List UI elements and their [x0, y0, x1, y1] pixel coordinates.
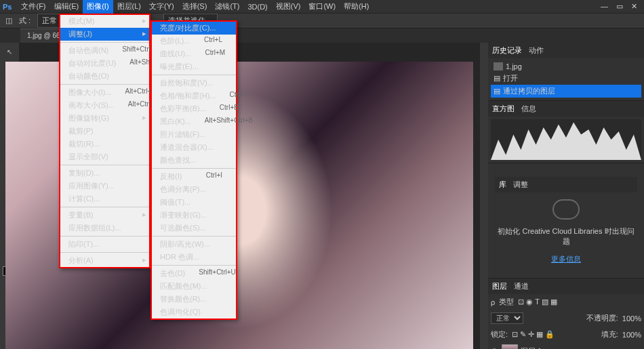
- menu-item[interactable]: 复制(D)...: [60, 167, 149, 180]
- menu-item[interactable]: 反相(I)Ctrl+I: [152, 170, 236, 183]
- fill-label: 填充:: [601, 329, 618, 340]
- menu-item[interactable]: 显示全部(V): [60, 150, 149, 163]
- opacity-value[interactable]: 100%: [622, 314, 641, 323]
- menu-item[interactable]: 裁切(R)...: [60, 138, 149, 150]
- menu-item: 裁剪(P): [60, 125, 149, 138]
- mode-dropdown[interactable]: 正常: [37, 14, 62, 28]
- layers-panel: 图层 通道 ρ 类型 ⊡ ◉ T ▧ ▦ 正常 不透明度: 100% 锁定: ⊡…: [488, 279, 644, 349]
- svg-marker-0: [491, 123, 641, 161]
- menu-item[interactable]: 黑白(K)...Alt+Shift+Ctrl+B: [152, 115, 236, 128]
- libraries-panel: 库 调整 初始化 Creative Cloud Libraries 时出现问题 …: [488, 163, 644, 279]
- menubar: Ps 文件(F) 编辑(E) 图像(I) 图层(L) 文字(Y) 选择(S) 滤…: [0, 0, 644, 14]
- menu-item: 变量(B)▸: [60, 209, 149, 222]
- menu-filter[interactable]: 滤镜(T): [211, 0, 243, 14]
- menu-item[interactable]: 色阶(L)...Ctrl+L: [152, 35, 236, 47]
- histogram-panel: 直方图 信息: [488, 101, 644, 163]
- histogram-graph: [491, 119, 641, 160]
- lock-icons[interactable]: ⊡ ✎ ✛ ▦ 🔒: [512, 330, 555, 339]
- menu-item[interactable]: 色调分离(P)...: [152, 183, 236, 196]
- menu-view[interactable]: 视图(V): [272, 0, 305, 14]
- tab-histogram[interactable]: 直方图: [492, 104, 515, 114]
- menu-type[interactable]: 文字(Y): [145, 0, 178, 14]
- blend-mode-dropdown[interactable]: 正常: [491, 312, 523, 324]
- menu-3d[interactable]: 3D(D): [243, 1, 271, 13]
- menu-item[interactable]: 自动对比度(U)Alt+Shift+Ctrl+L: [60, 57, 149, 70]
- maximize-icon[interactable]: ▭: [616, 2, 623, 11]
- menu-item[interactable]: 分析(A)▸: [60, 254, 149, 267]
- filter-type-label: 类型: [499, 297, 514, 307]
- tool-move[interactable]: ↖: [3, 45, 16, 58]
- menu-item[interactable]: 阴影/高光(W)...: [152, 238, 236, 251]
- history-snapshot[interactable]: 1.jpg: [491, 61, 641, 72]
- menu-item[interactable]: 阈值(T)...: [152, 196, 236, 209]
- menu-item[interactable]: 替换颜色(R)...: [152, 293, 236, 306]
- layer-name[interactable]: 图层 1: [521, 346, 542, 350]
- menu-item[interactable]: 计算(C)...: [60, 192, 149, 205]
- menu-item[interactable]: 通道混合器(X)...: [152, 141, 236, 154]
- close-icon[interactable]: ✕: [631, 2, 637, 11]
- menu-item[interactable]: 色相/饱和度(H)...Ctrl+U: [152, 89, 236, 102]
- menu-item: 陷印(T)...: [60, 238, 149, 251]
- history-panel: 历史记录 动作 1.jpg ▤打开 ▤通过拷贝的图层: [488, 43, 644, 101]
- libraries-more-link[interactable]: 更多信息: [551, 255, 581, 263]
- history-step-open[interactable]: ▤打开: [491, 72, 641, 85]
- menu-item[interactable]: 匹配颜色(M)...: [152, 280, 236, 293]
- menu-item[interactable]: 调整(J)▸: [60, 28, 149, 41]
- menu-item[interactable]: 应用图像(Y)...: [60, 180, 149, 192]
- minimize-icon[interactable]: —: [601, 2, 608, 11]
- image-menu-dropdown: 模式(M)▸调整(J)▸自动色调(N)Shift+Ctrl+L自动对比度(U)A…: [59, 14, 150, 268]
- menu-item: 应用数据组(L)...: [60, 222, 149, 234]
- fill-value[interactable]: 100%: [622, 331, 641, 339]
- cloud-icon: [552, 199, 580, 220]
- menu-item[interactable]: 曲线(U)...Ctrl+M: [152, 47, 236, 60]
- tab-actions[interactable]: 动作: [529, 45, 544, 56]
- menu-item[interactable]: 颜色查找...: [152, 154, 236, 167]
- tab-libraries[interactable]: 库: [499, 180, 506, 190]
- tab-channels[interactable]: 通道: [514, 281, 529, 291]
- menu-file[interactable]: 文件(F): [17, 0, 49, 14]
- menu-item[interactable]: 模式(M)▸: [60, 15, 149, 28]
- menu-item[interactable]: 自动颜色(O): [60, 70, 149, 83]
- tab-layers[interactable]: 图层: [492, 281, 507, 291]
- menu-item[interactable]: 可选颜色(S)...: [152, 222, 236, 234]
- layer-row[interactable]: 👁 图层 1: [488, 342, 644, 349]
- menu-help[interactable]: 帮助(H): [340, 0, 373, 14]
- menu-image[interactable]: 图像(I): [83, 0, 113, 14]
- menu-edit[interactable]: 编辑(E): [50, 0, 83, 14]
- menu-select[interactable]: 选择(S): [178, 0, 212, 14]
- tool-icon: ◫: [5, 16, 12, 25]
- adjustments-submenu: 亮度/对比度(C)...色阶(L)...Ctrl+L曲线(U)...Ctrl+M…: [150, 20, 237, 320]
- menu-item[interactable]: 画布大小(S)...Alt+Ctrl+C: [60, 99, 149, 112]
- tab-info[interactable]: 信息: [521, 104, 536, 114]
- tab-adjustments[interactable]: 调整: [513, 180, 528, 190]
- menu-item[interactable]: HDR 色调...: [152, 251, 236, 264]
- menu-item[interactable]: 渐变映射(G)...: [152, 209, 236, 222]
- menu-item[interactable]: 色彩平衡(B)...Ctrl+B: [152, 102, 236, 115]
- right-panels: 历史记录 动作 1.jpg ▤打开 ▤通过拷贝的图层 直方图 信息: [488, 43, 644, 349]
- app-logo: Ps: [3, 3, 12, 11]
- tab-history[interactable]: 历史记录: [492, 45, 522, 56]
- layer-thumb: [502, 344, 518, 349]
- libraries-message: 初始化 Creative Cloud Libraries 时出现问题: [495, 226, 637, 247]
- menu-item[interactable]: 亮度/对比度(C)...: [152, 22, 236, 35]
- menu-item[interactable]: 去色(D)Shift+Ctrl+U: [152, 267, 236, 280]
- menu-item[interactable]: 自然饱和度(V)...: [152, 77, 236, 89]
- menu-item[interactable]: 色调均化(Q): [152, 306, 236, 319]
- menu-item[interactable]: 图像大小(I)...Alt+Ctrl+I: [60, 86, 149, 99]
- menu-item[interactable]: 图像旋转(G)▸: [60, 112, 149, 125]
- lock-label: 锁定:: [491, 329, 508, 340]
- history-step-copy-layer[interactable]: ▤通过拷贝的图层: [491, 85, 641, 98]
- menu-layer[interactable]: 图层(L): [113, 0, 145, 14]
- opacity-label: 不透明度:: [586, 313, 618, 323]
- panel-dock-strip[interactable]: [480, 43, 488, 349]
- menu-item[interactable]: 曝光度(E)...: [152, 60, 236, 73]
- mode-label: 式 :: [19, 16, 31, 26]
- menu-item[interactable]: 自动色调(N)Shift+Ctrl+L: [60, 44, 149, 57]
- menu-item[interactable]: 照片滤镜(F)...: [152, 128, 236, 141]
- menu-window[interactable]: 窗口(W): [304, 0, 340, 14]
